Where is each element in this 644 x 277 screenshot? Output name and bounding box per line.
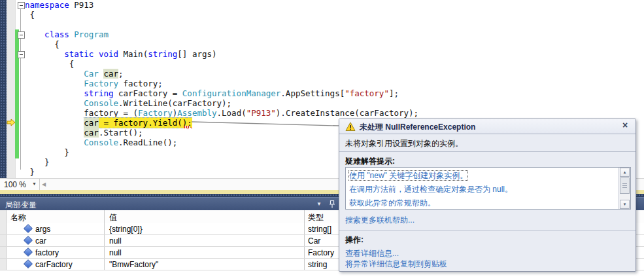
- search-online-help-link[interactable]: 搜索更多联机帮助...: [345, 215, 415, 226]
- breakpoint-margin[interactable]: [7, 0, 16, 178]
- code-segment: Car: [84, 69, 99, 79]
- pin-icon[interactable]: [329, 200, 335, 209]
- code-segment: [25, 88, 84, 98]
- code-segment: car: [84, 117, 99, 128]
- code-segment: [25, 138, 84, 147]
- code-line[interactable]: namespace P913: [25, 0, 644, 10]
- row-indicator: [0, 235, 7, 246]
- code-segment: Main(: [118, 49, 148, 59]
- variable-icon: [24, 248, 33, 257]
- warning-icon: [345, 122, 356, 132]
- code-line[interactable]: {: [25, 39, 644, 49]
- code-segment: }: [25, 157, 50, 167]
- close-icon[interactable]: ×: [620, 120, 630, 132]
- code-segment: Program: [74, 29, 109, 39]
- view-detail-link[interactable]: 查看详细信息...: [345, 248, 399, 259]
- locals-panel-title: 局部变量: [5, 200, 37, 211]
- code-line[interactable]: {: [25, 59, 644, 69]
- tip-link[interactable]: 获取此异常的常规帮助。: [347, 196, 437, 210]
- code-segment: ;: [118, 69, 124, 79]
- code-segment: string: [148, 49, 177, 59]
- tip-link[interactable]: 使用 "new" 关键字创建对象实例。: [347, 168, 469, 183]
- tip-link[interactable]: 在调用方法前，通过检查确定对象是否为 null。: [347, 182, 514, 197]
- variable-name-cell[interactable]: factory: [7, 247, 105, 258]
- tips-scrollbar[interactable]: ▲ ▼: [619, 168, 630, 209]
- code-line[interactable]: {: [25, 10, 644, 20]
- code-segment: Console: [84, 138, 118, 147]
- code-segment: class: [44, 29, 69, 39]
- code-segment: .AppSettings[: [280, 88, 345, 98]
- scroll-up-icon[interactable]: ▲: [620, 168, 630, 177]
- exception-popup: 未处理 NullReferenceException × 未将对象引用设置到对象…: [339, 119, 636, 272]
- variable-name-cell[interactable]: car: [7, 235, 105, 246]
- variable-icon: [24, 236, 33, 245]
- column-header-name[interactable]: 名称: [7, 210, 105, 223]
- column-header-value[interactable]: 值: [105, 210, 305, 223]
- variable-value-cell[interactable]: null: [105, 235, 305, 246]
- code-segment: [25, 79, 84, 88]
- separator: [339, 230, 636, 231]
- code-segment: void: [99, 49, 118, 59]
- tips-label: 疑难解答提示:: [345, 156, 395, 167]
- code-segment: [25, 29, 44, 39]
- code-segment: .Start();: [99, 128, 143, 138]
- code-segment: .WriteLine(carFactory);: [118, 98, 231, 108]
- fold-guide-line: [20, 6, 21, 170]
- code-segment: factory = (: [25, 108, 138, 118]
- code-segment: .Load(: [217, 108, 246, 118]
- code-segment: [25, 128, 84, 138]
- code-line[interactable]: Factory factory;: [25, 79, 644, 88]
- code-segment: [] args): [177, 49, 216, 59]
- code-line[interactable]: Car car;: [25, 69, 644, 79]
- code-segment: [93, 49, 99, 59]
- separator: [339, 151, 636, 152]
- window-menu-chevron-icon[interactable]: ▼: [316, 201, 322, 207]
- variable-value-cell[interactable]: "BmwFactory"▼: [105, 259, 305, 270]
- code-segment: = factory.Yield(): [99, 117, 187, 128]
- code-segment: [25, 118, 84, 128]
- execution-pointer-icon: [7, 119, 16, 126]
- code-segment: "factory": [345, 88, 389, 98]
- tips-list[interactable]: 使用 "new" 关键字创建对象实例。在调用方法前，通过检查确定对象是否为 nu…: [345, 167, 631, 210]
- code-segment: .ReadLine();: [118, 138, 177, 147]
- code-segment: car: [84, 128, 99, 138]
- exception-message: 未将对象引用设置到对象的实例。: [345, 138, 463, 149]
- variable-name-cell[interactable]: carFactory: [7, 259, 105, 270]
- exception-popup-titlebar[interactable]: 未处理 NullReferenceException ×: [339, 119, 636, 134]
- code-segment: Console: [84, 98, 118, 108]
- code-segment: ).CreateInstance(carFactory);: [276, 108, 418, 118]
- code-segment: }: [25, 147, 69, 157]
- code-segment: "P913": [246, 108, 276, 118]
- code-segment: [25, 49, 64, 59]
- zoom-select[interactable]: 100 % ▼: [0, 179, 40, 191]
- zoom-level: 100 %: [4, 180, 26, 189]
- fold-collapse-icon[interactable]: [18, 31, 25, 39]
- code-segment: [25, 69, 84, 79]
- scroll-down-icon[interactable]: ▼: [620, 200, 630, 209]
- code-segment: Factory: [84, 79, 118, 88]
- variable-value-cell[interactable]: {string[0]}: [105, 223, 305, 234]
- code-line[interactable]: string carFactory = ConfigurationManager…: [25, 88, 644, 98]
- code-line[interactable]: Console.WriteLine(carFactory);: [25, 98, 644, 108]
- code-segment: string: [84, 88, 113, 98]
- variable-name-cell[interactable]: args: [7, 223, 105, 234]
- code-segment: P913: [69, 0, 94, 10]
- fold-collapse-icon[interactable]: [18, 2, 25, 9]
- code-line[interactable]: class Program: [25, 29, 644, 39]
- chevron-down-icon[interactable]: ▼: [32, 181, 37, 186]
- change-tracking-bar: [15, 29, 19, 158]
- fold-collapse-icon[interactable]: [18, 51, 25, 58]
- row-indicator: [0, 259, 7, 270]
- scrollbar-thumb[interactable]: [620, 177, 630, 194]
- code-line[interactable]: [25, 20, 644, 29]
- copy-exception-link[interactable]: 将异常详细信息复制到剪贴板: [345, 259, 447, 270]
- variable-value-cell[interactable]: null: [105, 247, 305, 258]
- code-segment: namespace: [25, 0, 69, 10]
- error-marker-icon: [184, 126, 190, 128]
- code-line[interactable]: factory = (Factory)Assembly.Load("P913")…: [25, 108, 644, 118]
- code-line[interactable]: static void Main(string[] args): [25, 49, 644, 59]
- code-segment: factory;: [118, 79, 163, 88]
- code-segment: {: [25, 59, 74, 69]
- code-segment: [25, 98, 84, 108]
- hscroll-left-icon[interactable]: ◀: [42, 181, 46, 187]
